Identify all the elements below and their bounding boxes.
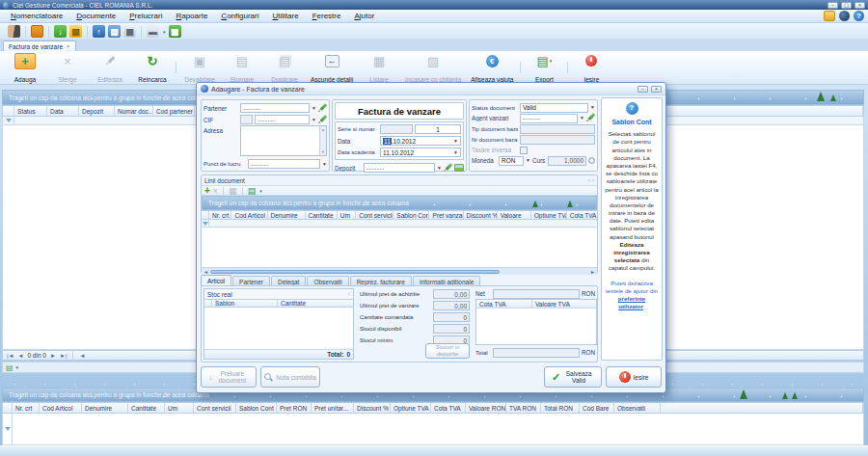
ascunde-detalii-button[interactable]: ← Ascunde detalii	[306, 53, 358, 83]
data-field[interactable]: 11.10.2012▼	[380, 136, 461, 146]
pin-icon[interactable]: ▫	[348, 291, 350, 297]
adresa-field[interactable]: ▲▼	[240, 125, 327, 156]
partener-edit-icon[interactable]	[318, 104, 327, 113]
scol-cantitate[interactable]: Cantitate	[278, 300, 353, 307]
collapse-icon[interactable]: ◄	[79, 353, 85, 359]
menu-ferestre[interactable]: Ferestre	[306, 11, 348, 21]
col-cota-tva[interactable]: Cota TVA	[431, 403, 466, 413]
col-um[interactable]: Um	[165, 403, 194, 413]
col-optiune-tva[interactable]: Optiune TVA	[391, 403, 431, 413]
col-pret-unitar[interactable]: Pret unitar...	[312, 403, 354, 413]
depozit-picture-icon[interactable]	[454, 164, 464, 172]
dialog-titlebar[interactable]: Adaugare - Factura de vanzare – ×	[197, 83, 665, 95]
nota-contabila-button[interactable]: Nota contabila	[260, 366, 320, 388]
serie-field[interactable]	[380, 124, 413, 134]
numar-field[interactable]: 1	[415, 124, 461, 134]
depozit-field[interactable]: -------	[364, 163, 435, 173]
incasare-cu-chitanta-button[interactable]: ▨ Incasare cu chitanta	[400, 53, 466, 83]
export-lines-dropdown-icon[interactable]: ▾	[259, 188, 262, 194]
adresa-scrollbar[interactable]: ▲▼	[319, 126, 326, 155]
partener-field[interactable]: -------	[240, 103, 310, 113]
cif-dropdown-icon[interactable]: ▼	[312, 118, 316, 122]
partners-icon[interactable]	[8, 25, 20, 38]
stock-body[interactable]	[204, 308, 353, 349]
calculator-icon[interactable]: ▦	[169, 25, 181, 38]
dialog-minimize-icon[interactable]: –	[637, 86, 648, 93]
col-numar-doc[interactable]: Numar doc...	[115, 106, 153, 116]
shop-icon[interactable]	[824, 11, 835, 21]
menu-configurari[interactable]: Configurari	[214, 11, 265, 21]
status-dropdown-icon[interactable]: ▼	[590, 105, 595, 110]
lcol-pret-vanzare[interactable]: Pret vanzare	[429, 211, 463, 219]
prev-page-icon[interactable]: ◄	[18, 353, 24, 359]
agent-edit-icon[interactable]	[586, 114, 595, 122]
lcol-um[interactable]: Um	[338, 211, 357, 219]
lcol-valoare[interactable]: Valoare	[498, 211, 531, 219]
col-sablon-cont[interactable]: Sablon Cont	[236, 403, 277, 413]
iesire-button[interactable]: Iesire	[570, 53, 612, 83]
export-button[interactable]: ▤▾ Export	[523, 53, 565, 83]
minimize-icon[interactable]: –	[827, 2, 838, 9]
col-depozit[interactable]: Depozit	[79, 106, 115, 116]
lcol-nr-crt[interactable]: Nr. crt	[209, 211, 231, 219]
close-icon[interactable]: ×	[854, 2, 865, 9]
delete-line-icon[interactable]: ×	[213, 186, 218, 196]
adauga-button[interactable]: + Adauga	[4, 53, 46, 83]
col-total-ron[interactable]: Total RON	[541, 403, 580, 413]
menu-documente[interactable]: Documente	[69, 11, 122, 21]
agent-vanzari-field[interactable]: -------	[520, 114, 578, 123]
moneda-dropdown-icon[interactable]: ▼	[526, 158, 530, 163]
export-list-dropdown-icon[interactable]: ▾	[16, 364, 19, 370]
salveaza-valid-button[interactable]: ✓ Salveaza Valid	[544, 366, 602, 388]
cif-edit-icon[interactable]	[318, 116, 327, 124]
lines-filter-row[interactable]	[202, 220, 597, 228]
scadenta-field[interactable]: 11.10.2012▼	[380, 148, 461, 157]
tab-close-icon[interactable]: ×	[67, 43, 70, 49]
tcol-valoare-tva[interactable]: Valoare TVA	[532, 300, 596, 308]
col-cod-partener[interactable]: Cod partener	[153, 106, 195, 116]
tip-document-baza-field[interactable]	[520, 124, 595, 134]
col-valoare-ron[interactable]: Valoare RON	[466, 403, 506, 413]
devalidare-button[interactable]: ▣ Devalidare	[178, 53, 221, 83]
window-titlebar[interactable]: Ciel Gestiune Comerciala - CIEL ROMANIA …	[0, 0, 868, 10]
scroll-left-icon[interactable]: ◄	[203, 269, 208, 275]
preferinte-utilizator-link[interactable]: preferinte utilizator	[618, 295, 646, 309]
doc-in-icon[interactable]: ↓	[54, 25, 67, 38]
duplicare-button[interactable]: ▤ Duplicare	[263, 53, 306, 83]
menu-ajutor[interactable]: Ajutor	[347, 11, 381, 21]
dialog-close-icon[interactable]: ×	[651, 86, 662, 93]
print-lines-icon[interactable]: ▦	[229, 186, 237, 196]
partener-dropdown-icon[interactable]: ▼	[312, 106, 316, 111]
next-page-icon[interactable]: ►	[50, 353, 56, 359]
col-cod-bare[interactable]: Cod Bare	[580, 403, 614, 413]
punct-de-lucru-field[interactable]: -------	[248, 159, 320, 169]
doc-yellow-icon[interactable]: ▤	[69, 25, 82, 38]
globe-icon[interactable]	[839, 11, 850, 21]
cif-field[interactable]: -------	[255, 115, 310, 124]
cif-prefix-field[interactable]	[240, 115, 253, 124]
scol-sablon[interactable]: Sablon	[212, 300, 278, 307]
col-cod-articol[interactable]: Cod Articol	[40, 403, 82, 413]
export-lines-icon[interactable]: ▤	[248, 186, 257, 196]
detail-list-body[interactable]	[2, 414, 864, 445]
menu-utilitare[interactable]: Utilitare	[266, 11, 306, 21]
stornare-button[interactable]: ▤ Stornare	[221, 53, 263, 83]
col-cantitate[interactable]: Cantitate	[128, 403, 165, 413]
taxare-inversa-checkbox[interactable]	[520, 147, 528, 154]
lcol-sablon-cont[interactable]: Sablon Cont	[393, 211, 429, 219]
data-dropdown-icon[interactable]: ▼	[453, 139, 458, 144]
lines-hscrollbar[interactable]: ◄ ►	[202, 267, 597, 275]
col-tva-ron[interactable]: TVA RON	[506, 403, 541, 413]
first-page-icon[interactable]: |◄	[7, 353, 14, 359]
col-status[interactable]: Status	[14, 106, 47, 116]
col-cont-servicii[interactable]: Cont servicii	[194, 403, 236, 413]
last-page-icon[interactable]: ►|	[60, 353, 68, 359]
preluare-document-button[interactable]: ↓ Preluare document	[201, 366, 257, 388]
maximize-icon[interactable]: ▢	[841, 2, 852, 9]
menu-prelucrari[interactable]: Prelucrari	[122, 11, 169, 21]
printer-dropdown-icon[interactable]: ▾	[163, 29, 166, 35]
lines-groupby-bar[interactable]: Trageti un cap de coloana aici pentru a …	[202, 196, 597, 210]
lcol-cod-articol[interactable]: Cod Articol	[231, 211, 267, 219]
scadenta-dropdown-icon[interactable]: ▼	[453, 150, 458, 155]
col-denumire[interactable]: Denumire	[82, 403, 128, 413]
